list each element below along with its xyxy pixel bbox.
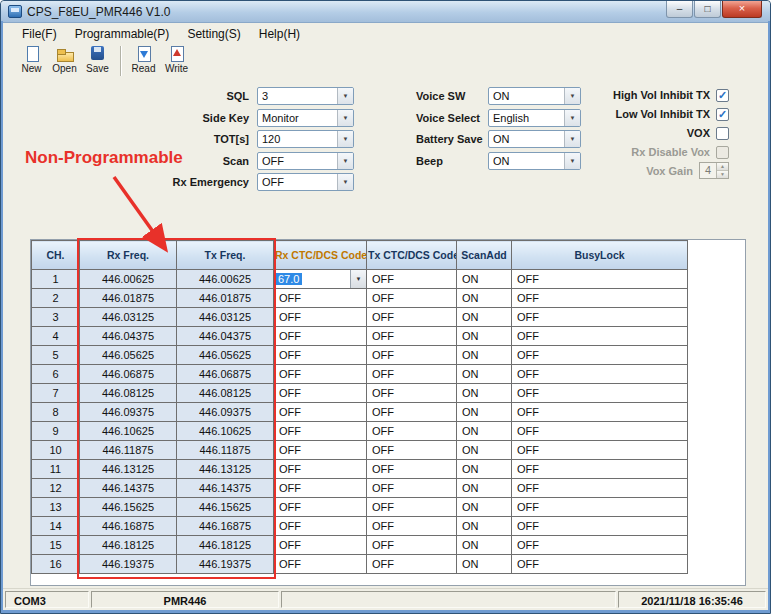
tx-freq-cell[interactable]: 446.19375 <box>177 555 274 574</box>
busylock-cell[interactable]: OFF <box>512 346 688 365</box>
menu-item-programmable[interactable]: Programmable(P) <box>66 25 179 43</box>
rx-code-cell[interactable]: OFF <box>274 384 367 403</box>
tx-code-cell[interactable]: OFF <box>367 384 457 403</box>
tx-code-cell[interactable]: OFF <box>367 536 457 555</box>
rx-freq-cell[interactable]: 446.01875 <box>80 289 177 308</box>
rx-code-cell[interactable]: OFF <box>274 517 367 536</box>
column-header-scanadd[interactable]: ScanAdd <box>457 241 512 270</box>
channel-number-cell[interactable]: 4 <box>32 327 80 346</box>
channel-number-cell[interactable]: 13 <box>32 498 80 517</box>
dropdown-arrow-icon[interactable]: ▼ <box>337 174 353 190</box>
channel-number-cell[interactable]: 8 <box>32 403 80 422</box>
column-header-tx-freq[interactable]: Tx Freq. <box>177 241 274 270</box>
channel-number-cell[interactable]: 12 <box>32 479 80 498</box>
tx-code-cell[interactable]: OFF <box>367 479 457 498</box>
scanadd-cell[interactable]: ON <box>457 422 512 441</box>
tx-code-cell[interactable]: OFF <box>367 365 457 384</box>
channel-number-cell[interactable]: 5 <box>32 346 80 365</box>
scanadd-cell[interactable]: ON <box>457 289 512 308</box>
rx-freq-cell[interactable]: 446.05625 <box>80 346 177 365</box>
rx-code-cell[interactable]: OFF <box>274 536 367 555</box>
close-button[interactable]: × <box>722 1 762 18</box>
menu-item-file[interactable]: File(F) <box>13 25 66 43</box>
busylock-cell[interactable]: OFF <box>512 308 688 327</box>
rx-freq-cell[interactable]: 446.08125 <box>80 384 177 403</box>
open-button[interactable]: Open <box>48 44 81 74</box>
busylock-cell[interactable]: OFF <box>512 441 688 460</box>
title-bar[interactable]: CPS_F8EU_PMR446 V1.0 – □ × <box>1 1 770 23</box>
busylock-cell[interactable]: OFF <box>512 536 688 555</box>
minimize-button[interactable]: – <box>666 1 693 18</box>
rx-code-cell[interactable]: OFF <box>274 422 367 441</box>
dropdown-arrow-icon[interactable]: ▼ <box>337 110 353 126</box>
rx-code-cell[interactable]: 67.0▼ <box>274 270 367 289</box>
side-key-select[interactable]: Monitor▼ <box>257 109 354 127</box>
tx-freq-cell[interactable]: 446.11875 <box>177 441 274 460</box>
tx-code-cell[interactable]: OFF <box>367 346 457 365</box>
rx-freq-cell[interactable]: 446.14375 <box>80 479 177 498</box>
tx-freq-cell[interactable]: 446.03125 <box>177 308 274 327</box>
channel-number-cell[interactable]: 11 <box>32 460 80 479</box>
rx-code-cell[interactable]: OFF <box>274 365 367 384</box>
column-header-ch[interactable]: CH. <box>32 241 80 270</box>
channel-number-cell[interactable]: 9 <box>32 422 80 441</box>
rx-code-cell[interactable]: OFF <box>274 479 367 498</box>
scanadd-cell[interactable]: ON <box>457 441 512 460</box>
dropdown-arrow-icon[interactable]: ▼ <box>337 88 353 104</box>
tx-code-cell[interactable]: OFF <box>367 555 457 574</box>
rx-freq-cell[interactable]: 446.16875 <box>80 517 177 536</box>
busylock-cell[interactable]: OFF <box>512 422 688 441</box>
scanadd-cell[interactable]: ON <box>457 460 512 479</box>
rx-code-cell[interactable]: OFF <box>274 460 367 479</box>
rx-code-cell[interactable]: OFF <box>274 555 367 574</box>
scanadd-cell[interactable]: ON <box>457 555 512 574</box>
scanadd-cell[interactable]: ON <box>457 498 512 517</box>
rx-code-cell[interactable]: OFF <box>274 403 367 422</box>
dropdown-arrow-icon[interactable]: ▼ <box>337 131 353 147</box>
scanadd-cell[interactable]: ON <box>457 327 512 346</box>
save-button[interactable]: Save <box>81 44 114 74</box>
tot-s-select[interactable]: 120▼ <box>257 130 354 148</box>
tx-code-cell[interactable]: OFF <box>367 517 457 536</box>
vox-checkbox[interactable] <box>716 127 729 140</box>
busylock-cell[interactable]: OFF <box>512 365 688 384</box>
rx-freq-cell[interactable]: 446.13125 <box>80 460 177 479</box>
channel-number-cell[interactable]: 6 <box>32 365 80 384</box>
read-button[interactable]: Read <box>127 44 160 74</box>
rx-freq-cell[interactable]: 446.03125 <box>80 308 177 327</box>
rx-freq-cell[interactable]: 446.15625 <box>80 498 177 517</box>
high-vol-inhibit-tx-checkbox[interactable]: ✓ <box>716 89 729 102</box>
channel-number-cell[interactable]: 10 <box>32 441 80 460</box>
new-button[interactable]: New <box>15 44 48 74</box>
tx-freq-cell[interactable]: 446.10625 <box>177 422 274 441</box>
tx-freq-cell[interactable]: 446.01875 <box>177 289 274 308</box>
tx-freq-cell[interactable]: 446.05625 <box>177 346 274 365</box>
busylock-cell[interactable]: OFF <box>512 289 688 308</box>
tx-code-cell[interactable]: OFF <box>367 422 457 441</box>
rx-freq-cell[interactable]: 446.00625 <box>80 270 177 289</box>
rx-code-cell[interactable]: OFF <box>274 289 367 308</box>
tx-freq-cell[interactable]: 446.04375 <box>177 327 274 346</box>
channel-number-cell[interactable]: 7 <box>32 384 80 403</box>
rx-freq-cell[interactable]: 446.18125 <box>80 536 177 555</box>
rx-freq-cell[interactable]: 446.10625 <box>80 422 177 441</box>
tx-freq-cell[interactable]: 446.00625 <box>177 270 274 289</box>
scanadd-cell[interactable]: ON <box>457 346 512 365</box>
busylock-cell[interactable]: OFF <box>512 460 688 479</box>
channel-number-cell[interactable]: 2 <box>32 289 80 308</box>
dropdown-arrow-icon[interactable]: ▼ <box>337 153 353 169</box>
busylock-cell[interactable]: OFF <box>512 479 688 498</box>
scanadd-cell[interactable]: ON <box>457 403 512 422</box>
busylock-cell[interactable]: OFF <box>512 403 688 422</box>
maximize-button[interactable]: □ <box>694 1 721 18</box>
tx-freq-cell[interactable]: 446.15625 <box>177 498 274 517</box>
combo-dropdown-arrow-icon[interactable]: ▼ <box>350 270 366 288</box>
tx-code-cell[interactable]: OFF <box>367 289 457 308</box>
channel-number-cell[interactable]: 14 <box>32 517 80 536</box>
rx-freq-cell[interactable]: 446.09375 <box>80 403 177 422</box>
write-button[interactable]: Write <box>160 44 193 74</box>
menu-item-setting[interactable]: Setting(S) <box>178 25 249 43</box>
rx-freq-cell[interactable]: 446.19375 <box>80 555 177 574</box>
tx-freq-cell[interactable]: 446.14375 <box>177 479 274 498</box>
column-header-busylock[interactable]: BusyLock <box>512 241 688 270</box>
